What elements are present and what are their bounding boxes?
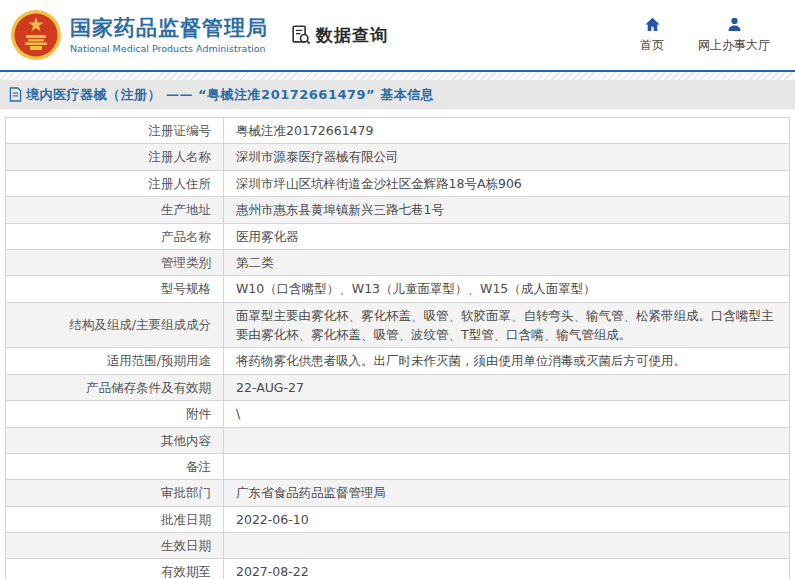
row-label-text: 型号规格 (161, 281, 211, 296)
row-label: 注册人名称 (6, 144, 224, 170)
row-label-text: 审批部门 (161, 485, 211, 500)
table-row: 注册证编号粤械注准20172661479 (6, 118, 790, 144)
row-value-text: 面罩型主要由雾化杯、雾化杯盖、吸管、软胶面罩、自转弯头、输气管、松紧带组成。口含… (236, 308, 774, 342)
row-label: 产品储存条件及有效期 (6, 374, 224, 400)
user-icon (726, 16, 743, 33)
table-row: 注册人名称深圳市源泰医疗器械有限公司 (6, 144, 790, 170)
row-value (224, 533, 790, 559)
nav-item-service-hall[interactable]: 网上办事大厅 (698, 16, 770, 54)
row-value: 面罩型主要由雾化杯、雾化杯盖、吸管、软胶面罩、自转弯头、输气管、松紧带组成。口含… (224, 302, 790, 348)
table-row: 生效日期 (6, 533, 790, 559)
row-label-text: 适用范围/预期用途 (107, 353, 211, 368)
header: 国家药品监督管理局 National Medical Products Admi… (0, 0, 795, 70)
row-label: 结构及组成/主要组成成分 (6, 302, 224, 348)
org-titles: 国家药品监督管理局 National Medical Products Admi… (70, 16, 268, 54)
row-value: 2027-08-22 (224, 559, 790, 579)
row-value: 医用雾化器 (224, 223, 790, 249)
row-label-text: 注册人名称 (149, 149, 212, 164)
row-value-text: 2027-08-22 (236, 564, 309, 579)
row-label-text: 附件 (186, 406, 211, 421)
row-label: 批准日期 (6, 506, 224, 532)
row-value-text: \ (236, 406, 240, 421)
data-query-section: 数据查询 (290, 24, 388, 47)
info-table-body: 注册证编号粤械注准20172661479注册人名称深圳市源泰医疗器械有限公司注册… (6, 118, 790, 579)
row-label-text: 有效期至 (161, 564, 211, 579)
table-wrap: 注册证编号粤械注准20172661479注册人名称深圳市源泰医疗器械有限公司注册… (0, 109, 795, 579)
row-label: 产品名称 (6, 223, 224, 249)
row-value-text: 深圳市源泰医疗器械有限公司 (236, 149, 399, 164)
row-value: 深圳市源泰医疗器械有限公司 (224, 144, 790, 170)
table-row: 结构及组成/主要组成成分面罩型主要由雾化杯、雾化杯盖、吸管、软胶面罩、自转弯头、… (6, 302, 790, 348)
table-row: 附件\ (6, 401, 790, 427)
row-label-text: 批准日期 (161, 512, 211, 527)
table-row: 有效期至2027-08-22 (6, 559, 790, 579)
row-label-text: 结构及组成/主要组成成分 (69, 317, 211, 332)
row-value-text: W10（口含嘴型）、W13（儿童面罩型）、W15（成人面罩型） (236, 281, 596, 296)
row-value: W10（口含嘴型）、W13（儿童面罩型）、W15（成人面罩型） (224, 276, 790, 302)
row-value: 2022-06-10 (224, 506, 790, 532)
row-value-text: 广东省食品药品监督管理局 (236, 485, 386, 500)
table-row: 备注 (6, 453, 790, 479)
row-label: 生效日期 (6, 533, 224, 559)
row-label-text: 其他内容 (161, 433, 211, 448)
org-name-en: National Medical Products Administration (70, 43, 268, 54)
row-value: 第二类 (224, 249, 790, 275)
row-label-text: 生效日期 (161, 538, 211, 553)
row-value: \ (224, 401, 790, 427)
page-title-bar: 境内医疗器械（注册） —— “粤械注准20172661479” 基本信息 (0, 80, 795, 109)
registration-info-table: 注册证编号粤械注准20172661479注册人名称深圳市源泰医疗器械有限公司注册… (5, 117, 790, 579)
top-nav: 首页 网上办事大厅 (640, 16, 770, 54)
nav-item-label: 网上办事大厅 (698, 37, 770, 54)
table-row: 生产地址惠州市惠东县黄埠镇新兴三路七巷1号 (6, 197, 790, 223)
row-value-text: 将药物雾化供患者吸入。出厂时未作灭菌，须由使用单位消毒或灭菌后方可使用。 (236, 353, 686, 368)
nav-item-home[interactable]: 首页 (640, 16, 664, 54)
table-row: 管理类别第二类 (6, 249, 790, 275)
page-title: 境内医疗器械（注册） —— “粤械注准20172661479” 基本信息 (26, 86, 434, 104)
row-label-text: 注册人住所 (149, 176, 212, 191)
row-label-text: 备注 (186, 459, 211, 474)
row-label-text: 产品储存条件及有效期 (86, 380, 211, 395)
home-icon (644, 16, 661, 33)
table-row: 注册人住所深圳市坪山区坑梓街道金沙社区金辉路18号A栋906 (6, 170, 790, 196)
row-label-text: 生产地址 (161, 202, 211, 217)
row-value: 粤械注准20172661479 (224, 118, 790, 144)
row-value: 将药物雾化供患者吸入。出厂时未作灭菌，须由使用单位消毒或灭菌后方可使用。 (224, 348, 790, 374)
table-row: 产品名称医用雾化器 (6, 223, 790, 249)
row-label: 生产地址 (6, 197, 224, 223)
table-row: 审批部门广东省食品药品监督管理局 (6, 480, 790, 506)
row-value: 惠州市惠东县黄埠镇新兴三路七巷1号 (224, 197, 790, 223)
national-emblem-icon (10, 9, 62, 61)
row-value: 广东省食品药品监督管理局 (224, 480, 790, 506)
row-value (224, 453, 790, 479)
row-value-text: 22-AUG-27 (236, 380, 304, 395)
data-query-label: 数据查询 (316, 24, 388, 47)
row-value-text: 深圳市坪山区坑梓街道金沙社区金辉路18号A栋906 (236, 176, 522, 191)
row-value (224, 427, 790, 453)
hatch-band (0, 72, 795, 80)
row-label: 有效期至 (6, 559, 224, 579)
table-row: 批准日期2022-06-10 (6, 506, 790, 532)
row-value: 22-AUG-27 (224, 374, 790, 400)
table-row: 其他内容 (6, 427, 790, 453)
document-icon (9, 87, 22, 102)
row-label: 附件 (6, 401, 224, 427)
row-value-text: 粤械注准20172661479 (236, 123, 373, 138)
row-label: 其他内容 (6, 427, 224, 453)
nav-item-label: 首页 (640, 37, 664, 54)
row-label: 型号规格 (6, 276, 224, 302)
logo-group: 国家药品监督管理局 National Medical Products Admi… (10, 9, 268, 61)
row-label-text: 管理类别 (161, 255, 211, 270)
row-label: 管理类别 (6, 249, 224, 275)
row-value-text: 医用雾化器 (236, 229, 299, 244)
row-value-text: 惠州市惠东县黄埠镇新兴三路七巷1号 (236, 202, 444, 217)
row-value-text: 2022-06-10 (236, 512, 309, 527)
row-label: 注册证编号 (6, 118, 224, 144)
data-query-icon (290, 24, 312, 46)
row-label: 注册人住所 (6, 170, 224, 196)
row-label: 审批部门 (6, 480, 224, 506)
row-label-text: 产品名称 (161, 229, 211, 244)
row-value: 深圳市坪山区坑梓街道金沙社区金辉路18号A栋906 (224, 170, 790, 196)
row-label: 备注 (6, 453, 224, 479)
row-label: 适用范围/预期用途 (6, 348, 224, 374)
org-name-cn: 国家药品监督管理局 (70, 16, 268, 41)
